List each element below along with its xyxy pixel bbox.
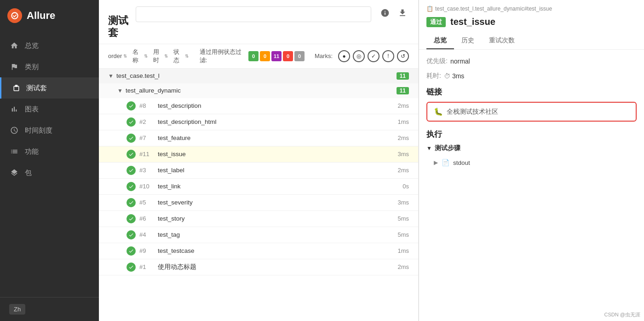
link-item[interactable]: 🐛 全栈测试技术社区 [434, 107, 629, 116]
breadcrumb-text: test_case.test_l.test_allure_dynamic#tes… [435, 6, 552, 12]
test-row[interactable]: #6 test_story 5ms [99, 211, 418, 227]
tab-overview[interactable]: 总览 [426, 33, 454, 49]
exec-section-title: 执行 [426, 129, 637, 140]
mark-icon-info[interactable]: ! [382, 50, 394, 62]
test-time: 2ms [397, 134, 409, 141]
app-title: Allure [27, 10, 55, 22]
search-input[interactable] [136, 6, 371, 22]
breadcrumb: 📋 test_case.test_l.test_allure_dynamic#t… [426, 6, 637, 12]
breadcrumb-icon: 📋 [426, 6, 433, 12]
test-number: #11 [139, 151, 154, 158]
step-item[interactable]: ▶ 📄 stdout [426, 156, 637, 169]
status-pass-icon [126, 214, 136, 223]
test-row[interactable]: #4 test_tag 5ms [99, 227, 418, 243]
briefcase-icon [11, 83, 21, 93]
test-row[interactable]: #8 test_description 2ms [99, 98, 418, 114]
tree-child-count: 11 [397, 87, 409, 94]
test-row[interactable]: #11 test_issue 3ms [99, 146, 418, 163]
test-number: #9 [139, 247, 154, 254]
download-button[interactable] [396, 6, 409, 22]
duration-col: 用时 ⇅ [153, 48, 168, 64]
badge-unknown[interactable]: 0 [294, 51, 305, 61]
sidebar-item-suites-label: 测试套 [26, 84, 47, 93]
filter-label: 通过用例状态过滤: [200, 48, 243, 64]
duration-col-header[interactable]: 用时 ⇅ [153, 48, 168, 64]
sidebar-item-packages[interactable]: 包 [0, 162, 99, 183]
test-name: test_description_html [158, 118, 217, 125]
info-button[interactable] [379, 6, 391, 22]
tab-history[interactable]: 历史 [454, 33, 482, 49]
test-time: 3ms [397, 151, 409, 158]
test-row[interactable]: #9 test_testcase 1ms [99, 243, 418, 259]
sidebar-item-categories-label: 类别 [25, 63, 39, 71]
main-content: 测试套 order ⇅ 名称 ⇅ 用时 ⇅ 状态 ⇅ 通过用例状态过滤: [99, 0, 419, 321]
test-row-label: #6 test_story [126, 214, 185, 223]
test-row-label: #5 test_severity [126, 198, 193, 207]
flag-icon [9, 62, 19, 72]
badge-passed[interactable]: 0 [248, 51, 259, 61]
sidebar-item-graphs-label: 图表 [25, 105, 39, 114]
test-row-label: #4 test_tag [126, 230, 180, 239]
test-row[interactable]: #5 test_severity 3ms [99, 195, 418, 211]
sidebar-item-behaviors[interactable]: 功能 [0, 141, 99, 162]
tree-expand-child: ▼ [117, 88, 123, 94]
test-row[interactable]: #2 test_description_html 1ms [99, 114, 418, 130]
test-name: test_description [158, 102, 201, 109]
duration-label: 耗时: [426, 72, 441, 80]
link-item-label: 全栈测试技术社区 [447, 108, 498, 116]
sidebar-item-graphs[interactable]: 图表 [0, 99, 99, 120]
duration-value: 3ms [452, 72, 464, 80]
order-col-header[interactable]: order ⇅ [108, 53, 127, 59]
list-icon [9, 146, 19, 157]
test-name: 使用动态标题 [158, 263, 196, 271]
test-time: 0s [402, 183, 409, 190]
mark-icon-refresh[interactable]: ↺ [397, 50, 409, 62]
tree-child-label: test_allure_dynamic [126, 87, 181, 94]
status-pass-icon [126, 246, 136, 256]
sidebar-item-categories[interactable]: 类别 [0, 56, 99, 77]
steps-title: ▼ 测试步骤 [426, 144, 637, 152]
mark-icons: ● ◎ ✓ ! ↺ [338, 50, 409, 62]
sidebar-item-overview-label: 总览 [25, 41, 39, 50]
test-row-label: #7 test_feature [126, 134, 190, 143]
svg-point-0 [12, 12, 17, 18]
home-icon [9, 41, 19, 51]
badge-broken[interactable]: 11 [271, 51, 282, 61]
test-main-title: test_issue [450, 17, 495, 27]
sidebar-item-overview[interactable]: 总览 [0, 35, 99, 56]
mark-icon-filled[interactable]: ● [338, 50, 350, 62]
tab-retries[interactable]: 重试次数 [482, 33, 522, 49]
sidebar-item-suites[interactable]: 测试套 [0, 77, 99, 99]
status-pass-icon [126, 134, 136, 143]
test-number: #4 [139, 231, 154, 238]
test-name: test_severity [158, 199, 193, 206]
tree-root[interactable]: ▼ test_case.test_l 11 [99, 69, 418, 83]
status-pass-icon [126, 166, 136, 175]
status-col-header[interactable]: 状态 ⇅ [173, 48, 188, 64]
test-time: 2ms [397, 102, 409, 109]
test-row-label: #10 test_link [126, 182, 181, 191]
name-col-header[interactable]: 名称 ⇅ [132, 48, 147, 64]
clock-small-icon: ⏱ [444, 72, 450, 80]
test-row[interactable]: #3 test_label 2ms [99, 163, 418, 179]
header-search-area [136, 6, 371, 22]
status-pass-icon [126, 263, 136, 272]
test-row[interactable]: #1 使用动态标题 2ms [99, 259, 418, 275]
tree-child-group[interactable]: ▼ test_allure_dynamic 11 [99, 83, 418, 98]
sidebar-item-timeline[interactable]: 时间刻度 [0, 120, 99, 141]
chevron-down-icon: ▼ [426, 145, 432, 152]
test-row[interactable]: #10 test_link 0s [99, 179, 418, 195]
test-row[interactable]: #7 test_feature 2ms [99, 130, 418, 146]
sidebar-item-behaviors-label: 功能 [25, 147, 39, 156]
mark-icon-check[interactable]: ✓ [368, 50, 380, 62]
test-number: #1 [139, 263, 154, 270]
language-button[interactable]: Zh [9, 304, 25, 315]
file-icon: 📄 [442, 159, 449, 166]
sidebar-footer: Zh [0, 297, 99, 321]
test-number: #2 [139, 118, 154, 125]
test-name: test_label [158, 167, 184, 174]
mark-icon-circle[interactable]: ◎ [353, 50, 365, 62]
badge-failed[interactable]: 0 [260, 51, 270, 61]
test-row-label: #9 test_testcase [126, 246, 195, 256]
badge-skipped[interactable]: 0 [283, 51, 293, 61]
